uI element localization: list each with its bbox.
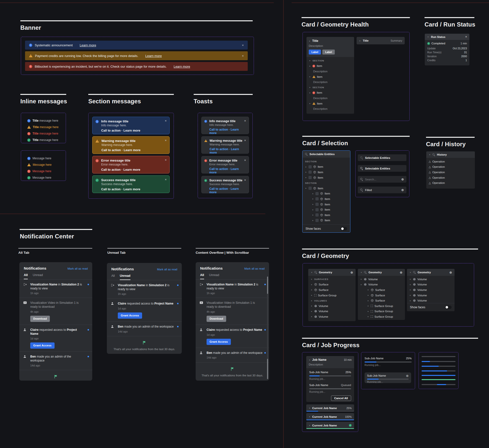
- chevron-right-icon[interactable]: [311, 315, 313, 318]
- tree-item-surface[interactable]: Surface: [308, 287, 356, 293]
- notification-item[interactable]: Ben made you an admin of the workspace14…: [107, 322, 182, 336]
- chevron-right-icon[interactable]: [312, 193, 314, 195]
- close-icon[interactable]: [244, 159, 246, 162]
- notification-item[interactable]: Claire requested access to Project Name1…: [107, 299, 182, 322]
- download-button[interactable]: Download: [30, 316, 50, 322]
- chevron-right-icon[interactable]: [305, 187, 307, 189]
- tree-item-surface[interactable]: Surface: [358, 298, 405, 303]
- cancel-all-button[interactable]: Cancel All: [331, 395, 351, 401]
- learn-more-link[interactable]: Learn more: [174, 65, 190, 68]
- tree-item-volume[interactable]: Volume: [308, 309, 356, 314]
- tree-item-volume[interactable]: Volume: [407, 277, 455, 282]
- notification-item[interactable]: Visualization Name in Simulation 2 is re…: [196, 280, 269, 298]
- close-icon[interactable]: [165, 178, 167, 181]
- learn-more-link[interactable]: Learn more: [123, 168, 140, 171]
- history-row[interactable]: Operation: [426, 169, 475, 175]
- call-to-action-link[interactable]: Call to action: [101, 129, 121, 132]
- chevron-right-icon[interactable]: [360, 283, 362, 286]
- grant-access-button[interactable]: Grant Access: [30, 342, 55, 349]
- tree-item-surface-group[interactable]: Surface Group: [308, 293, 356, 298]
- chevron-right-icon[interactable]: [359, 40, 361, 42]
- call-to-action-link[interactable]: Call to action: [209, 167, 228, 171]
- grant-access-button[interactable]: Grant Access: [207, 339, 231, 345]
- tab-unread[interactable]: Unread: [209, 273, 219, 279]
- chevron-right-icon[interactable]: [309, 92, 311, 94]
- close-icon[interactable]: [242, 44, 244, 47]
- grant-access-button[interactable]: Grant Access: [118, 312, 142, 319]
- tree-item-volume[interactable]: Volume: [407, 293, 455, 298]
- close-icon[interactable]: [244, 119, 246, 122]
- notification-item[interactable]: Visualization Name in Simulation 2 is re…: [19, 280, 92, 298]
- tree-item-surface[interactable]: Surface: [358, 287, 405, 293]
- checkbox[interactable]: [308, 187, 312, 190]
- tab-all[interactable]: All: [24, 273, 28, 279]
- chevron-right-icon[interactable]: [311, 300, 313, 302]
- scrollbar-thumb[interactable]: [267, 359, 268, 379]
- show-faces-toggle[interactable]: [445, 306, 452, 309]
- tree-item-warning[interactable]: Item: [306, 101, 354, 106]
- tree-item-volume[interactable]: Volume: [407, 298, 455, 303]
- close-icon[interactable]: [165, 139, 167, 142]
- notification-item[interactable]: Visualization Video in Simulation 1 is r…: [19, 298, 92, 325]
- close-icon[interactable]: [165, 158, 167, 162]
- checkbox[interactable]: [315, 208, 319, 211]
- chevron-right-icon[interactable]: [312, 219, 314, 222]
- call-to-action-link[interactable]: Call to action: [209, 128, 228, 131]
- selectable-entities-row[interactable]: Selectable Entities: [358, 154, 406, 161]
- filled-field-row[interactable]: [358, 187, 406, 193]
- plus-circle-icon[interactable]: [350, 271, 353, 274]
- call-to-action-link[interactable]: Call to action: [101, 148, 121, 152]
- current-job-card[interactable]: Current Job Name25%: [306, 404, 354, 412]
- tree-item-error[interactable]: Item: [306, 90, 354, 96]
- tree-item-child[interactable]: Item: [303, 202, 350, 207]
- chevron-right-icon[interactable]: [311, 278, 313, 280]
- tree-item[interactable]: Item: [303, 164, 350, 170]
- close-icon[interactable]: [244, 178, 246, 182]
- mark-all-as-read-link[interactable]: Mark all as read: [157, 268, 177, 271]
- call-to-action-link[interactable]: Call to action: [210, 147, 228, 151]
- tree-item-child[interactable]: Item: [303, 212, 350, 218]
- tree-item-surface[interactable]: Surface: [308, 282, 356, 287]
- chevron-right-icon[interactable]: [409, 289, 411, 291]
- show-faces-toggle[interactable]: [341, 227, 347, 230]
- plus-circle-icon[interactable]: [400, 271, 402, 274]
- selectable-entities-row[interactable]: Selectable Entities: [358, 165, 406, 172]
- learn-more-link[interactable]: Learn more: [145, 54, 162, 58]
- close-icon[interactable]: [165, 119, 167, 122]
- tree-item-volume[interactable]: Volume: [407, 287, 455, 293]
- history-row[interactable]: Operation: [426, 159, 475, 164]
- learn-more-link[interactable]: Learn more: [123, 188, 140, 191]
- chevron-right-icon[interactable]: [309, 102, 311, 105]
- tree-item-child[interactable]: Item: [303, 207, 350, 212]
- chevron-right-icon[interactable]: [305, 176, 307, 179]
- chevron-right-icon[interactable]: [309, 59, 311, 62]
- checkbox[interactable]: [315, 197, 319, 200]
- chevron-right-icon[interactable]: [309, 424, 311, 426]
- tree-item[interactable]: Item: [303, 175, 350, 180]
- chevron-right-icon[interactable]: [367, 310, 369, 312]
- checkbox[interactable]: [315, 219, 319, 222]
- chevron-right-icon[interactable]: [427, 36, 429, 38]
- tab-unread[interactable]: Unread: [33, 273, 43, 279]
- label-chip-primary[interactable]: Label: [309, 50, 321, 55]
- chevron-right-icon[interactable]: [311, 305, 313, 307]
- chevron-right-icon[interactable]: [309, 416, 311, 418]
- chevron-right-icon[interactable]: [312, 198, 314, 200]
- tree-item-surface-group[interactable]: Surface Group: [358, 309, 405, 314]
- plus-circle-icon[interactable]: [401, 188, 404, 192]
- call-to-action-link[interactable]: Call to action: [209, 187, 228, 191]
- tab-all[interactable]: All: [111, 274, 115, 280]
- chevron-right-icon[interactable]: [360, 278, 362, 280]
- tab-unread[interactable]: Unread: [120, 274, 130, 280]
- close-icon[interactable]: [244, 139, 246, 142]
- tree-section[interactable]: VOLUMES: [308, 298, 356, 303]
- chevron-right-icon[interactable]: [409, 283, 411, 286]
- notification-item[interactable]: Visualization Video in Simulation 1 is r…: [196, 298, 269, 325]
- download-button[interactable]: Download: [207, 316, 226, 322]
- mark-all-as-read-link[interactable]: Mark all as read: [244, 267, 265, 270]
- chevron-right-icon[interactable]: [311, 294, 313, 296]
- tree-section[interactable]: SURFACES: [308, 277, 356, 282]
- chevron-right-icon[interactable]: [305, 166, 307, 168]
- tree-section[interactable]: SECTION: [306, 58, 354, 63]
- tree-item-child[interactable]: Item: [303, 191, 350, 196]
